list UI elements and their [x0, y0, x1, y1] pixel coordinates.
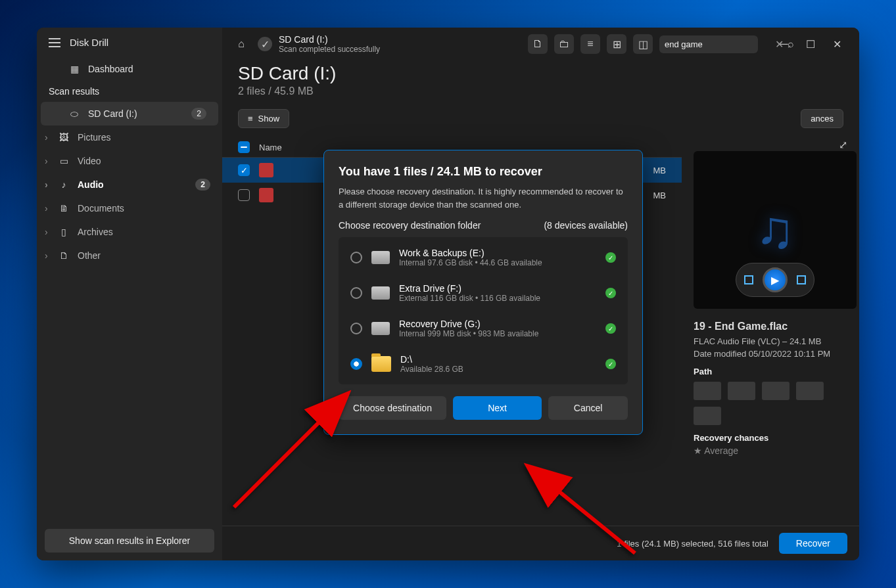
path-segment: [762, 382, 790, 400]
document-icon: 🗎: [58, 202, 70, 214]
file-thumb-icon: [259, 163, 273, 177]
archive-icon: ▯: [58, 226, 70, 238]
scan-status: Scan completed successfully: [279, 45, 380, 54]
file-icon: 🗋: [58, 250, 70, 261]
destination-item[interactable]: Recovery Drive (G:)Internal 999 MB disk …: [341, 311, 625, 346]
recovery-destination-modal: You have 1 files / 24.1 MB to recover Pl…: [323, 150, 643, 435]
sidebar-item-video[interactable]: ›▭Video: [37, 149, 222, 173]
sidebar-section-label: Scan results: [37, 81, 222, 102]
details-panel: ⤢ ♫ ▶ 19 - End Game.flac FLAC Audio File…: [682, 132, 859, 526]
choose-destination-button[interactable]: Choose destination: [339, 396, 446, 420]
video-icon: ▭: [58, 155, 70, 167]
sidebar-dashboard[interactable]: ▦ Dashboard: [37, 57, 222, 81]
chances-label: Recovery chances: [694, 433, 847, 443]
file-name: 19 - End Game.flac: [694, 321, 847, 332]
devices-available: (8 devices available): [544, 220, 628, 231]
destination-list: Work & Backups (E:)Internal 97.6 GB disk…: [339, 237, 628, 384]
sidebar-item-documents[interactable]: ›🗎Documents: [37, 196, 222, 220]
drive-icon: [371, 286, 390, 300]
selection-status: 1 files (24.1 MB) selected, 516 files to…: [617, 539, 768, 549]
ok-badge-icon: ✓: [605, 323, 616, 334]
filter-icon: ≡: [248, 114, 253, 124]
path-segment: [796, 382, 824, 400]
next-button[interactable]: Next: [453, 396, 542, 420]
status-check-icon: ✓: [258, 37, 272, 51]
chevron-right-icon: ›: [45, 132, 50, 143]
radio-button[interactable]: [350, 358, 362, 370]
cancel-button[interactable]: Cancel: [548, 396, 628, 420]
path-segment: [728, 382, 755, 400]
music-note-icon: ♫: [755, 200, 795, 260]
drive-icon: ⬭: [68, 108, 80, 120]
file-modified: Date modified 05/10/2022 10:11 PM: [694, 349, 847, 359]
show-filter[interactable]: ≡Show: [238, 109, 289, 128]
app-name: Disk Drill: [70, 37, 108, 48]
count-badge: 2: [191, 108, 206, 120]
search-input[interactable]: ✕ ⌕: [659, 35, 758, 53]
sidebar-item-audio[interactable]: ›♪Audio2: [37, 173, 222, 196]
topbar: ⌂ ✓ SD Card (I:) Scan completed successf…: [222, 28, 859, 60]
radio-button[interactable]: [350, 323, 362, 334]
path-segment: [694, 382, 721, 400]
chevron-right-icon: ›: [45, 156, 50, 166]
list-icon[interactable]: ≡: [580, 34, 600, 54]
maximize-button[interactable]: ☐: [797, 34, 824, 54]
destination-item[interactable]: Extra Drive (F:)External 116 GB disk • 1…: [341, 275, 625, 311]
file-thumb-icon: [259, 188, 273, 202]
recovery-chances: ★ Average: [694, 445, 847, 456]
play-button[interactable]: ▶: [763, 267, 788, 292]
path-segment: [694, 407, 721, 425]
folder-icon[interactable]: 🗀: [554, 34, 574, 54]
grid-icon[interactable]: ⊞: [607, 34, 626, 54]
ok-badge-icon: ✓: [605, 359, 616, 369]
app-window: Disk Drill ▦ Dashboard Scan results ⬭ SD…: [37, 28, 859, 560]
panel-icon[interactable]: ◫: [633, 34, 653, 54]
chances-filter[interactable]: ances: [801, 109, 843, 128]
close-button[interactable]: ✕: [824, 34, 850, 54]
column-name: Name: [259, 143, 282, 152]
file-icon[interactable]: 🗋: [528, 34, 548, 54]
row-checkbox[interactable]: ✓: [238, 164, 250, 176]
modal-title: You have 1 files / 24.1 MB to recover: [339, 165, 628, 179]
fullscreen-icon[interactable]: [797, 275, 806, 284]
footer: 1 files (24.1 MB) selected, 516 files to…: [222, 526, 859, 560]
drive-icon: [371, 251, 390, 264]
home-icon[interactable]: ⌂: [231, 34, 251, 54]
path-label: Path: [694, 367, 847, 376]
choose-label: Choose recovery destination folder: [339, 220, 481, 231]
sidebar-item-other[interactable]: ›🗋Other: [37, 244, 222, 267]
modal-description: Please choose recovery destination. It i…: [339, 185, 628, 211]
sidebar-item-archives[interactable]: ›▯Archives: [37, 220, 222, 244]
chevron-right-icon: ›: [45, 250, 50, 261]
stop-icon[interactable]: [744, 275, 753, 284]
image-icon: 🖼: [58, 131, 70, 143]
row-checkbox[interactable]: [238, 189, 250, 201]
music-icon: ♪: [58, 179, 70, 191]
folder-icon: [371, 356, 391, 372]
grid-icon: ▦: [68, 63, 80, 75]
menu-icon[interactable]: [49, 38, 60, 47]
recover-button[interactable]: Recover: [779, 533, 847, 554]
chevron-right-icon: ›: [45, 179, 50, 190]
file-type: FLAC Audio File (VLC) – 24.1 MB: [694, 336, 847, 346]
page-title: SD Card (I:): [238, 63, 843, 84]
preview-pane: ♫ ▶: [694, 151, 857, 309]
breadcrumb-title: SD Card (I:): [279, 34, 380, 45]
show-in-explorer-button[interactable]: Show scan results in Explorer: [45, 529, 214, 553]
destination-item-selected[interactable]: D:\Available 28.6 GB ✓: [341, 346, 625, 382]
sidebar: Disk Drill ▦ Dashboard Scan results ⬭ SD…: [37, 28, 222, 560]
sidebar-item-pictures[interactable]: ›🖼Pictures: [37, 125, 222, 149]
drive-icon: [371, 322, 390, 335]
ok-badge-icon: ✓: [605, 288, 616, 298]
chevron-right-icon: ›: [45, 203, 50, 214]
count-badge: 2: [195, 179, 210, 191]
minimize-button[interactable]: ─: [771, 34, 797, 54]
ok-badge-icon: ✓: [605, 252, 616, 263]
radio-button[interactable]: [350, 252, 362, 263]
destination-item[interactable]: Work & Backups (E:)Internal 97.6 GB disk…: [341, 240, 625, 275]
select-all-checkbox[interactable]: [238, 141, 250, 153]
popout-icon[interactable]: ⤢: [839, 139, 847, 151]
radio-button[interactable]: [350, 287, 362, 299]
page-subtitle: 2 files / 45.9 MB: [238, 85, 843, 97]
sidebar-item-sdcard[interactable]: ⬭ SD Card (I:) 2: [41, 102, 218, 125]
